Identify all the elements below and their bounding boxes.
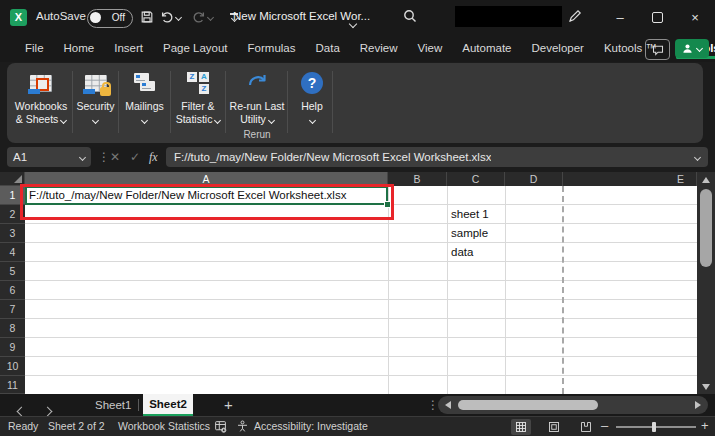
ribbon-divider: [72, 71, 73, 133]
ink-pen-button[interactable]: [567, 8, 583, 24]
column-header-d[interactable]: D: [505, 172, 563, 186]
security-chevron: [74, 113, 117, 126]
ribbon-divider: [332, 71, 333, 133]
tab-formulas[interactable]: Formulas: [238, 37, 306, 61]
row-header-10[interactable]: 10: [0, 357, 25, 376]
accessibility-status[interactable]: Accessibility: Investigate: [254, 417, 368, 436]
filter-statistic-label-2: Statistic: [172, 113, 224, 126]
scroll-up-arrow-icon[interactable]: [702, 177, 710, 183]
save-button[interactable]: [138, 8, 156, 26]
close-button[interactable]: ×: [680, 7, 710, 28]
page-layout-view-icon: [548, 421, 560, 433]
page-break-preview-button[interactable]: [576, 419, 596, 435]
zoom-out-button[interactable]: –: [601, 416, 608, 435]
filter-statistic-button[interactable]: ZA AZ Filter & Statistic: [172, 68, 224, 126]
tab-view[interactable]: View: [408, 37, 453, 61]
zoom-slider-track[interactable]: [616, 426, 696, 428]
tab-automate[interactable]: Automate: [452, 37, 521, 61]
formula-input[interactable]: F://tuto_/may/New Folder/New Microsoft E…: [166, 147, 708, 167]
cell-c4[interactable]: data: [451, 243, 505, 262]
rerun-last-utility-button[interactable]: Re-run Last Utility: [227, 68, 287, 126]
row-header-9[interactable]: 9: [0, 338, 25, 357]
comment-icon: [652, 44, 664, 56]
status-sheet-info: Sheet 2 of 2: [48, 417, 105, 436]
zoom-in-button[interactable]: +: [701, 416, 709, 435]
tab-page-layout[interactable]: Page Layout: [153, 37, 238, 61]
name-box-chevron-icon: [79, 153, 86, 160]
mailings-chevron: [120, 113, 169, 126]
horizontal-scrollbar-thumb[interactable]: [458, 400, 598, 410]
name-box[interactable]: A1: [7, 147, 91, 167]
row-header-4[interactable]: 4: [0, 243, 25, 262]
column-header-b[interactable]: B: [388, 172, 447, 186]
security-button[interactable]: Security: [74, 68, 117, 126]
ribbon-help-button[interactable]: ? Help: [292, 68, 332, 126]
row-header-3[interactable]: 3: [0, 224, 25, 243]
normal-view-button[interactable]: [511, 419, 531, 435]
mailings-label: Mailings: [120, 100, 169, 113]
redo-icon: [192, 10, 206, 24]
scroll-left-arrow-icon[interactable]: [445, 401, 451, 409]
row-header-11[interactable]: 11: [0, 376, 25, 394]
workbooks-sheets-label-2: & Sheets: [11, 113, 71, 126]
scroll-down-arrow-icon[interactable]: [702, 384, 710, 390]
mailings-button[interactable]: Mailings: [120, 68, 169, 126]
minimize-button[interactable]: –: [605, 7, 635, 28]
autosave-state: Off: [112, 12, 125, 23]
tab-insert[interactable]: Insert: [104, 37, 153, 61]
security-lock-icon: [85, 75, 107, 92]
insert-function-icon[interactable]: fx: [149, 147, 158, 167]
cell-c2[interactable]: sheet 1: [451, 205, 505, 224]
tab-review[interactable]: Review: [350, 37, 408, 61]
tab-home[interactable]: Home: [54, 37, 105, 61]
page-layout-view-button[interactable]: [544, 419, 564, 435]
cell-c3[interactable]: sample: [451, 224, 505, 243]
rerun-label-1: Re-run Last: [227, 100, 287, 113]
zoom-slider-thumb[interactable]: [652, 422, 656, 432]
status-bar: Ready Sheet 2 of 2 Workbook Statistics A…: [0, 416, 715, 436]
cancel-entry-icon[interactable]: ✕: [110, 147, 120, 167]
help-chevron: [292, 113, 332, 126]
search-button[interactable]: [402, 8, 418, 24]
tab-data[interactable]: Data: [306, 37, 350, 61]
confirm-entry-icon[interactable]: ✓: [130, 147, 140, 167]
maximize-button[interactable]: [642, 7, 672, 28]
share-button[interactable]: [675, 39, 709, 58]
accessibility-icon[interactable]: [236, 420, 249, 433]
filter-statistic-label-1: Filter &: [172, 100, 224, 113]
comments-button[interactable]: [645, 39, 670, 60]
new-sheet-button[interactable]: +: [224, 395, 233, 415]
formula-bar-grip-icon[interactable]: ⋮: [98, 147, 106, 167]
excel-logo-icon: X: [10, 9, 27, 26]
share-chevron-icon: [696, 45, 703, 52]
row-header-8[interactable]: 8: [0, 319, 25, 338]
rerun-arrow-icon: [245, 72, 269, 94]
horizontal-scrollbar[interactable]: [438, 396, 708, 414]
rerun-label-2: Utility: [227, 113, 287, 126]
name-box-value: A1: [13, 151, 27, 163]
column-header-e[interactable]: E: [563, 172, 697, 186]
vertical-scrollbar-thumb[interactable]: [700, 189, 712, 267]
sheet-tab-sheet1[interactable]: Sheet1: [95, 395, 131, 415]
undo-dropdown[interactable]: [173, 8, 183, 26]
autosave-label: AutoSave: [36, 10, 86, 22]
person-icon: [682, 43, 693, 54]
title-dropdown-icon[interactable]: [350, 14, 356, 32]
toggle-knob: [90, 12, 101, 23]
ribbon-divider: [225, 71, 226, 133]
row-header-6[interactable]: 6: [0, 281, 25, 300]
row-header-5[interactable]: 5: [0, 262, 25, 281]
workbooks-sheets-label-1: Workbooks: [11, 100, 71, 113]
column-header-c[interactable]: C: [447, 172, 505, 186]
security-label: Security: [74, 100, 117, 113]
tab-developer[interactable]: Developer: [521, 37, 593, 61]
tab-file[interactable]: File: [15, 37, 54, 61]
row-header-7[interactable]: 7: [0, 300, 25, 319]
sheet-tab-sheet2[interactable]: Sheet2: [143, 394, 193, 417]
scroll-right-arrow-icon[interactable]: [695, 401, 701, 409]
workbook-statistics-button[interactable]: Workbook Statistics: [118, 417, 210, 436]
autosave-toggle[interactable]: Off: [87, 9, 133, 28]
workbooks-sheets-button[interactable]: Workbooks & Sheets: [11, 68, 71, 126]
redo-dropdown[interactable]: [205, 8, 215, 26]
spreadsheet-settings-icon[interactable]: [214, 420, 227, 433]
